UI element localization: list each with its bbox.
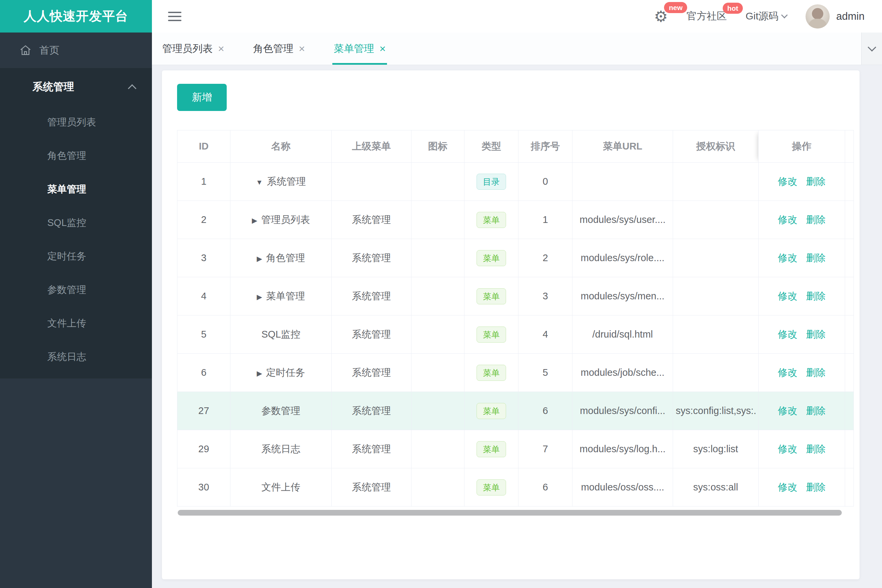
sidebar: 首页 系统管理 管理员列表角色管理菜单管理SQL监控定时任务参数管理文件上传系统… <box>0 33 152 588</box>
collapse-caret-icon[interactable]: ▼ <box>256 178 263 186</box>
column-header: 类型 <box>464 130 518 163</box>
menu-name: 管理员列表 <box>261 214 310 225</box>
cell-id: 6 <box>177 354 230 392</box>
edit-link[interactable]: 修改 <box>778 482 798 492</box>
delete-link[interactable]: 删除 <box>806 405 826 416</box>
menu-name: 参数管理 <box>261 405 301 416</box>
git-source-menu[interactable]: Git源码 <box>745 9 786 23</box>
edit-link[interactable]: 修改 <box>778 367 798 378</box>
tab-dropdown-button[interactable] <box>861 33 882 65</box>
cell-type: 目录 <box>464 163 518 201</box>
add-button[interactable]: 新增 <box>177 84 227 111</box>
cell-order: 1 <box>518 201 572 239</box>
delete-link[interactable]: 删除 <box>806 176 826 187</box>
brand-title: 人人快速开发平台 <box>0 0 152 33</box>
column-header: 上级菜单 <box>332 130 412 163</box>
sidebar-item[interactable]: 菜单管理 <box>0 172 152 206</box>
community-link[interactable]: 官方社区 hot <box>687 9 727 23</box>
delete-link[interactable]: 删除 <box>806 252 826 263</box>
cell-parent: 系统管理 <box>332 430 412 468</box>
tab-管理员列表[interactable]: 管理员列表× <box>161 33 226 65</box>
edit-link[interactable]: 修改 <box>778 329 798 340</box>
column-header: 排序号 <box>518 130 572 163</box>
cell-parent: 系统管理 <box>332 315 412 354</box>
cell-id: 4 <box>177 277 230 315</box>
edit-link[interactable]: 修改 <box>778 405 798 416</box>
delete-link[interactable]: 删除 <box>806 214 826 225</box>
delete-link[interactable]: 删除 <box>806 329 826 340</box>
close-icon[interactable]: × <box>218 43 224 54</box>
table-gutter <box>845 392 854 430</box>
topbar-right-area: ⚙ new 官方社区 hot Git源码 admin <box>152 0 882 33</box>
edit-link[interactable]: 修改 <box>778 291 798 302</box>
sidebar-home-label: 首页 <box>39 44 59 57</box>
sidebar-item[interactable]: 角色管理 <box>0 139 152 172</box>
table-gutter <box>845 315 854 354</box>
table-gutter <box>845 277 854 315</box>
hot-badge: hot <box>723 3 743 14</box>
sidebar-item[interactable]: 定时任务 <box>0 240 152 273</box>
cell-auth <box>673 239 759 277</box>
table-gutter <box>845 130 854 163</box>
content-card: 新增 ID名称上级菜单图标类型排序号菜单URL授权标识操作 1▼系统管理目录0修… <box>162 70 859 579</box>
topbar: 人人快速开发平台 ⚙ new 官方社区 hot Git源码 admin <box>0 0 882 33</box>
user-menu[interactable]: admin <box>805 4 865 28</box>
cell-auth: sys:oss:all <box>673 468 759 507</box>
edit-link[interactable]: 修改 <box>778 176 798 187</box>
table-row: 5SQL监控系统管理菜单4/druid/sql.html修改删除 <box>177 315 854 354</box>
close-icon[interactable]: × <box>379 43 386 54</box>
table-gutter <box>845 163 854 201</box>
type-badge: 菜单 <box>476 479 506 495</box>
community-label: 官方社区 <box>687 9 727 23</box>
column-header: 名称 <box>230 130 332 163</box>
table-gutter <box>845 468 854 507</box>
sidebar-item-home[interactable]: 首页 <box>0 33 152 68</box>
tab-label: 角色管理 <box>253 42 293 56</box>
table-body: 1▼系统管理目录0修改删除2▶管理员列表系统管理菜单1modules/sys/u… <box>177 163 854 507</box>
cell-id: 5 <box>177 315 230 354</box>
sidebar-group-toggle[interactable]: 系统管理 <box>0 68 152 106</box>
cell-id: 29 <box>177 430 230 468</box>
tab-菜单管理[interactable]: 菜单管理× <box>332 33 387 65</box>
cell-url: modules/sys/role.... <box>572 239 673 277</box>
delete-link[interactable]: 删除 <box>806 367 826 378</box>
tab-label: 菜单管理 <box>334 42 374 56</box>
expand-caret-icon[interactable]: ▶ <box>257 369 262 377</box>
cell-url: modules/sys/confi... <box>572 392 673 430</box>
edit-link[interactable]: 修改 <box>778 444 798 454</box>
delete-link[interactable]: 删除 <box>806 291 826 302</box>
expand-caret-icon[interactable]: ▶ <box>252 216 257 224</box>
home-icon <box>19 44 32 57</box>
scrollbar-thumb[interactable] <box>178 510 842 516</box>
sidebar-item[interactable]: 系统日志 <box>0 340 152 374</box>
expand-caret-icon[interactable]: ▶ <box>257 255 262 262</box>
edit-link[interactable]: 修改 <box>778 252 798 263</box>
menu-name: 系统管理 <box>267 176 306 187</box>
cell-type: 菜单 <box>464 392 518 430</box>
avatar[interactable] <box>805 4 830 28</box>
table-row: 29系统日志系统管理菜单7modules/sys/log.h...sys:log… <box>177 430 854 468</box>
sidebar-item[interactable]: SQL监控 <box>0 206 152 240</box>
cell-order: 4 <box>518 315 572 354</box>
tab-角色管理[interactable]: 角色管理× <box>252 33 307 65</box>
sidebar-item[interactable]: 文件上传 <box>0 307 152 340</box>
cell-icon <box>412 392 464 430</box>
close-icon[interactable]: × <box>299 43 305 54</box>
settings-menu[interactable]: ⚙ new <box>654 9 668 24</box>
table-row: 27参数管理系统管理菜单6modules/sys/confi...sys:con… <box>177 392 854 430</box>
table-row: 30文件上传系统管理菜单6modules/oss/oss....sys:oss:… <box>177 468 854 507</box>
cell-parent: 系统管理 <box>332 392 412 430</box>
expand-caret-icon[interactable]: ▶ <box>257 293 262 301</box>
edit-link[interactable]: 修改 <box>778 214 798 225</box>
cell-type: 菜单 <box>464 354 518 392</box>
sidebar-toggle-icon[interactable] <box>168 9 182 24</box>
cell-name: 系统日志 <box>230 430 332 468</box>
column-header: 授权标识 <box>673 130 759 163</box>
cell-order: 6 <box>518 468 572 507</box>
cell-actions: 修改删除 <box>759 468 845 507</box>
cell-type: 菜单 <box>464 201 518 239</box>
delete-link[interactable]: 删除 <box>806 444 826 454</box>
delete-link[interactable]: 删除 <box>806 482 826 492</box>
sidebar-item[interactable]: 参数管理 <box>0 273 152 307</box>
sidebar-item[interactable]: 管理员列表 <box>0 106 152 139</box>
